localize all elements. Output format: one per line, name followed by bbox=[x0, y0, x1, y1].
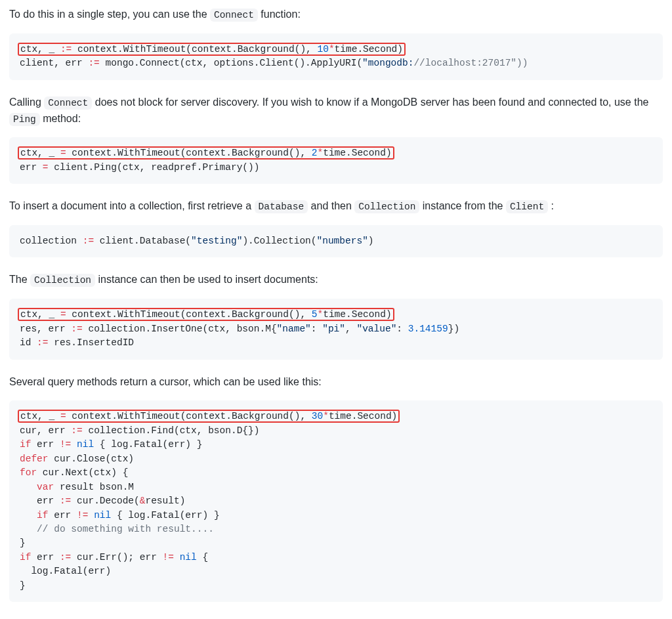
paragraph-connect-intro: To do this in a single step, you can use… bbox=[9, 7, 663, 23]
text: To do this in a single step, you can use… bbox=[9, 9, 210, 20]
text: : bbox=[548, 200, 554, 211]
code-block-cursor: ctx, _ = context.WithTimeout(context.Bac… bbox=[9, 400, 663, 602]
highlight-box: ctx, _ := context.WithTimeout(context.Ba… bbox=[18, 43, 406, 56]
text: function: bbox=[258, 9, 301, 20]
highlight-box: ctx, _ = context.WithTimeout(context.Bac… bbox=[18, 410, 400, 423]
inline-code-ping: Ping bbox=[9, 113, 40, 126]
text: To insert a document into a collection, … bbox=[9, 200, 255, 211]
text: and then bbox=[308, 200, 354, 211]
paragraph-insert: The Collection instance can then be used… bbox=[9, 272, 663, 288]
inline-code-collection: Collection bbox=[354, 200, 419, 213]
highlight-box: ctx, _ = context.WithTimeout(context.Bac… bbox=[18, 308, 394, 321]
paragraph-ping: Calling Connect does not block for serve… bbox=[9, 95, 663, 127]
paragraph-db-collection: To insert a document into a collection, … bbox=[9, 198, 663, 215]
text: Calling bbox=[9, 96, 44, 108]
text: does not block for server discovery. If … bbox=[92, 96, 648, 108]
text: instance from the bbox=[419, 200, 506, 211]
text: Several query methods return a cursor, w… bbox=[9, 376, 322, 387]
text: The bbox=[9, 274, 30, 285]
highlight-box: ctx, _ = context.WithTimeout(context.Bac… bbox=[18, 146, 394, 160]
inline-code-connect: Connect bbox=[44, 96, 92, 110]
inline-code-collection: Collection bbox=[30, 274, 95, 287]
code-block-connect: ctx, _ := context.WithTimeout(context.Ba… bbox=[9, 33, 663, 80]
code-block-collection: collection := client.Database("testing")… bbox=[9, 225, 663, 257]
text: method: bbox=[40, 113, 81, 124]
inline-code-connect: Connect bbox=[210, 9, 258, 22]
text: instance can then be used to insert docu… bbox=[95, 274, 318, 285]
inline-code-database: Database bbox=[255, 200, 308, 213]
paragraph-cursor: Several query methods return a cursor, w… bbox=[9, 374, 663, 391]
inline-code-client: Client bbox=[506, 200, 548, 213]
code-block-ping: ctx, _ = context.WithTimeout(context.Bac… bbox=[9, 137, 663, 184]
code-block-insert: ctx, _ = context.WithTimeout(context.Bac… bbox=[9, 299, 663, 359]
